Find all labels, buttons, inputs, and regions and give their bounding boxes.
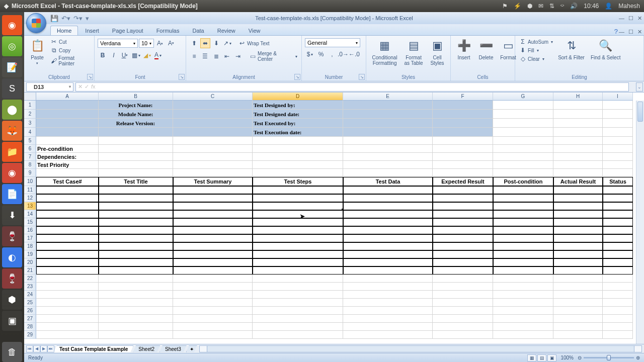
- col-header-G[interactable]: G: [493, 93, 553, 101]
- cell-H16[interactable]: [553, 226, 603, 234]
- launcher-chrome[interactable]: ◎: [2, 36, 22, 56]
- cell-G18[interactable]: [493, 242, 553, 250]
- cell-H13[interactable]: [553, 202, 603, 210]
- row-header-8[interactable]: 8: [24, 161, 36, 169]
- view-layout-button[interactable]: ▤: [537, 354, 546, 361]
- cell-E21[interactable]: [343, 266, 433, 275]
- cell-I29[interactable]: [603, 331, 633, 339]
- cell-C3[interactable]: [173, 119, 253, 128]
- cell-I3[interactable]: [603, 119, 633, 128]
- col-header-D[interactable]: D: [253, 93, 343, 101]
- cell-A28[interactable]: [36, 323, 99, 331]
- cell-B20[interactable]: [99, 258, 173, 266]
- cell-A15[interactable]: [36, 218, 99, 226]
- row-header-22[interactable]: 22: [24, 275, 36, 283]
- cell-G27[interactable]: [493, 315, 553, 323]
- launcher-gedit[interactable]: 📝: [2, 57, 22, 77]
- cell-I7[interactable]: [603, 153, 633, 161]
- cell-I14[interactable]: [603, 210, 633, 218]
- cell-H8[interactable]: [553, 161, 603, 169]
- launcher-firefox[interactable]: 🦊: [2, 121, 22, 141]
- cell-H15[interactable]: [553, 218, 603, 226]
- row-header-28[interactable]: 28: [24, 323, 36, 331]
- cell-C8[interactable]: [173, 161, 253, 169]
- cell-D4[interactable]: Test Execution date:: [253, 128, 343, 137]
- cell-F12[interactable]: [433, 194, 493, 202]
- row-header-3[interactable]: 3: [24, 119, 36, 128]
- cell-G10[interactable]: Post-condition: [493, 177, 553, 186]
- font-family-select[interactable]: Verdana▾: [98, 39, 138, 48]
- cell-C12[interactable]: [173, 194, 253, 202]
- cell-H11[interactable]: [553, 186, 603, 194]
- cell-B28[interactable]: [99, 323, 173, 331]
- cell-F1[interactable]: [433, 101, 493, 110]
- cell-C24[interactable]: [173, 291, 253, 299]
- cell-C1[interactable]: [173, 101, 253, 110]
- fill-button[interactable]: ⬇Fill: [518, 46, 554, 54]
- tab-home[interactable]: Home: [50, 26, 78, 35]
- cell-D6[interactable]: [253, 145, 343, 153]
- cell-H24[interactable]: [553, 291, 603, 299]
- cell-I26[interactable]: [603, 307, 633, 315]
- launcher-dash[interactable]: ◉: [2, 15, 22, 35]
- cell-B12[interactable]: [99, 194, 173, 202]
- row-header-29[interactable]: 29: [24, 331, 36, 339]
- row-header-25[interactable]: 25: [24, 299, 36, 307]
- cell-E24[interactable]: [343, 291, 433, 299]
- cell-I19[interactable]: [603, 250, 633, 258]
- column-headers[interactable]: ABCDEFGHI: [36, 93, 636, 101]
- cell-I16[interactable]: [603, 226, 633, 234]
- cell-H20[interactable]: [553, 258, 603, 266]
- cell-G16[interactable]: [493, 226, 553, 234]
- cell-F4[interactable]: [433, 128, 493, 137]
- bold-button[interactable]: B: [98, 50, 108, 60]
- fx-icon[interactable]: fx: [91, 83, 96, 89]
- copy-button[interactable]: ⧉Copy: [49, 46, 91, 54]
- wifi-icon[interactable]: ⌔: [560, 3, 564, 10]
- cell-A16[interactable]: [36, 226, 99, 234]
- cell-A13[interactable]: [36, 202, 99, 210]
- cell-C17[interactable]: [173, 234, 253, 242]
- cell-B5[interactable]: [99, 137, 173, 145]
- cell-E26[interactable]: [343, 307, 433, 315]
- row-header-14[interactable]: 14: [24, 210, 36, 218]
- cell-E12[interactable]: [343, 194, 433, 202]
- cell-H28[interactable]: [553, 323, 603, 331]
- username[interactable]: Mahesh: [618, 3, 640, 10]
- tab-formulas[interactable]: Formulas: [150, 26, 186, 35]
- launcher-app3[interactable]: ⬇: [2, 205, 22, 225]
- clipboard-dialog-launcher[interactable]: ↘: [87, 74, 93, 80]
- cell-D17[interactable]: [253, 234, 343, 242]
- cell-B25[interactable]: [99, 299, 173, 307]
- comma-button[interactable]: ,: [327, 49, 337, 59]
- find-select-button[interactable]: 🔍Find & Select: [589, 37, 622, 61]
- cell-F3[interactable]: [433, 119, 493, 128]
- sheet-nav-prev[interactable]: ◀: [33, 345, 40, 352]
- cell-D10[interactable]: Test Steps: [253, 177, 343, 186]
- cell-G13[interactable]: [493, 202, 553, 210]
- row-header-1[interactable]: 1: [24, 101, 36, 110]
- cell-H12[interactable]: [553, 194, 603, 202]
- cell-E7[interactable]: [343, 153, 433, 161]
- row-header-2[interactable]: 2: [24, 110, 36, 119]
- cell-H18[interactable]: [553, 242, 603, 250]
- align-right-button[interactable]: ≣: [211, 51, 221, 61]
- cell-G1[interactable]: [493, 101, 553, 110]
- number-dialog-launcher[interactable]: ↘: [359, 74, 365, 80]
- cell-A2[interactable]: [36, 110, 99, 119]
- row-header-20[interactable]: 20: [24, 258, 36, 266]
- cell-C26[interactable]: [173, 307, 253, 315]
- col-header-I[interactable]: I: [603, 93, 633, 101]
- volume-icon[interactable]: 🔊: [570, 3, 578, 10]
- cell-B23[interactable]: [99, 283, 173, 291]
- underline-button[interactable]: U▾: [120, 50, 130, 60]
- sheet-tab-3[interactable]: Sheet3: [159, 345, 187, 352]
- cell-G9[interactable]: [493, 169, 553, 177]
- cell-B11[interactable]: [99, 186, 173, 194]
- row-header-10[interactable]: 10: [24, 177, 36, 186]
- cell-D13[interactable]: [253, 202, 343, 210]
- cell-B13[interactable]: [99, 202, 173, 210]
- cell-B29[interactable]: [99, 331, 173, 339]
- col-header-H[interactable]: H: [553, 93, 603, 101]
- cell-A8[interactable]: Test Priority: [36, 161, 99, 169]
